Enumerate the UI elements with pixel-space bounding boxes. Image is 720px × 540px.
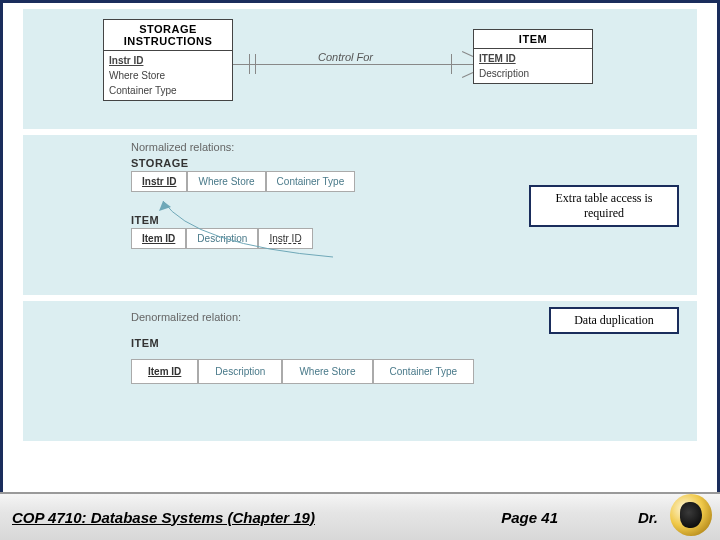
fk-arrow — [133, 185, 353, 265]
normalized-heading: Normalized relations: — [131, 141, 355, 153]
callout-duplication: Data duplication — [549, 307, 679, 334]
item-pk: ITEM ID — [479, 53, 516, 64]
relationship-line — [233, 64, 473, 65]
ucf-logo-icon — [670, 494, 712, 536]
storage-attr-container: Container Type — [109, 83, 227, 98]
item-entity: ITEM ITEM ID Description — [473, 29, 593, 84]
denorm-item-table: Item ID Description Where Store Containe… — [131, 359, 474, 384]
erd-panel: STORAGE INSTRUCTIONS Instr ID Where Stor… — [23, 9, 697, 129]
denormalized-heading: Denormalized relation: — [131, 311, 474, 323]
denorm-col-desc: Description — [198, 359, 282, 384]
item-entity-title: ITEM — [474, 30, 592, 49]
slide-footer: COP 4710: Database Systems (Chapter 19) … — [0, 492, 720, 540]
item-entity-attrs: ITEM ID Description — [474, 49, 592, 83]
storage-entity: STORAGE INSTRUCTIONS Instr ID Where Stor… — [103, 19, 233, 101]
callout-extra-access: Extra table access is required — [529, 185, 679, 227]
denorm-col-wherestore: Where Store — [282, 359, 372, 384]
storage-attr-wherestore: Where Store — [109, 68, 227, 83]
relationship-label: Control For — [318, 51, 373, 63]
denorm-col-container: Container Type — [373, 359, 475, 384]
storage-entity-title: STORAGE INSTRUCTIONS — [104, 20, 232, 51]
svg-marker-0 — [159, 201, 171, 211]
denormalized-panel: Denormalized relation: ITEM Item ID Desc… — [23, 301, 697, 441]
crowfoot-bot — [462, 72, 473, 78]
storage-pk: Instr ID — [109, 55, 143, 66]
cardinality-bar-left1 — [249, 54, 250, 74]
crowfoot-top — [462, 51, 473, 57]
storage-entity-attrs: Instr ID Where Store Container Type — [104, 51, 232, 100]
denorm-item-label: ITEM — [131, 337, 474, 349]
cardinality-bar-right — [451, 54, 452, 74]
denorm-col-itemid: Item ID — [131, 359, 198, 384]
storage-table-label: STORAGE — [131, 157, 355, 169]
footer-course: COP 4710: Database Systems (Chapter 19) — [12, 509, 501, 526]
item-attr-desc: Description — [479, 66, 587, 81]
footer-page: Page 41 — [501, 509, 558, 526]
normalized-panel: Normalized relations: STORAGE Instr ID W… — [23, 135, 697, 295]
cardinality-bar-left2 — [255, 54, 256, 74]
footer-author: Dr. — [638, 509, 658, 526]
slide-frame: STORAGE INSTRUCTIONS Instr ID Where Stor… — [0, 0, 720, 540]
